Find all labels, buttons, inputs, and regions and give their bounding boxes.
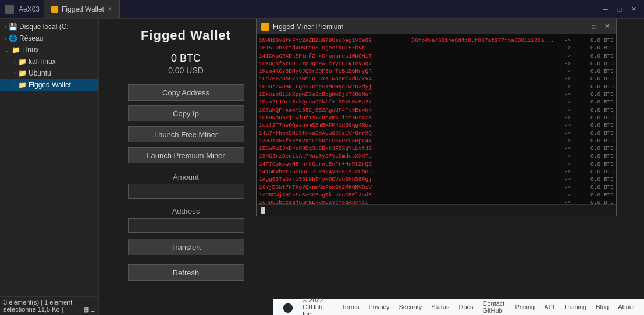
github-logo-icon: ⬤ [283,302,293,313]
github-link-terms[interactable]: Terms [341,303,359,310]
miner-row: 1Agg63Tabxr153L9hT4ywDDVuuSHhS8Pgj->0.0 … [259,176,614,183]
github-link-blog[interactable]: Blog [596,303,609,310]
miner-minimize-btn[interactable]: ─ [577,22,586,31]
miner-cursor [261,207,265,214]
figged-folder-icon: 📁 [18,81,26,89]
miner-btc-10: 0.0 BTC [573,114,614,121]
github-link-api[interactable]: API [544,303,554,310]
miner-btc-16: 0.0 BTC [573,160,614,168]
miner-btc-14: 0.0 BTC [573,145,614,152]
sidebar-arrow-ubuntu: › [14,70,16,76]
miner-addr-6: 1E9UrZwDBBLLQe27RhbSXMPHqcLWrD3dyj [259,83,562,91]
taskbar-start-icon [5,5,14,14]
github-link-contact[interactable]: Contact GitHub [483,300,506,314]
miner-arrow-21: -> [562,199,573,204]
miner-btc-13: 0.0 BTC [573,137,614,145]
miner-arrow-13: -> [562,137,573,145]
taskbar-tab-0[interactable]: Figged Wallet ✕ [44,0,120,18]
miner-close-btn[interactable]: ✕ [602,22,611,31]
linux-folder-icon: 📁 [12,46,20,54]
sidebar-view-list[interactable]: ≡ [91,306,95,313]
miner-arrow-1: -> [562,44,573,52]
sidebar-item-linux[interactable]: ⌄ 📁 Linux [0,44,98,56]
sidebar-label-linux: Linux [22,46,94,54]
github-link-training[interactable]: Training [564,303,586,310]
sidebar-item-kali[interactable]: › 📁 kali-linux [0,56,98,67]
github-link-about[interactable]: About [618,303,635,310]
taskbar-minimize[interactable]: ─ [600,3,611,15]
miner-addr-13: 13wJ135Kf+xMKVxaLqkNhFPSVPru68px44 [259,137,562,145]
github-link-pricing[interactable]: Pricing [515,303,535,310]
sidebar-item-ubuntu[interactable]: › 📁 Ubuntu [0,67,98,79]
miner-row: 19NGJrzDedisAk7Nay0y2PVzZmdesXXXTo->0.0 … [259,152,614,160]
sidebar-label-drive: Disque local (C: [19,23,94,31]
ubuntu-icon: 📁 [18,69,26,77]
miner-row: 1415mvhRr758BSLJ7URs+4ynBF+sJ2Hb88->0.0 … [259,168,614,176]
tab-icon-0 [51,6,58,13]
github-link-docs[interactable]: Docs [458,303,473,310]
taskbar-user-label: AeX03 [19,5,40,13]
github-copyright: © 2022 GitHub, Inc. [303,296,332,315]
sidebar-arrow-network: › [5,35,6,41]
miner-btc-20: 0.0 BTC [573,191,614,199]
miner-arrow-16: -> [562,160,573,168]
miner-btc-4: 0.0 BTC [573,67,614,75]
github-link-privacy[interactable]: Privacy [368,303,389,310]
sidebar-item-drive[interactable]: › 💾 Disque local (C: [0,21,98,33]
copy-address-button[interactable]: Copy Address [128,84,244,101]
miner-arrow-5: -> [562,75,573,83]
miner-row: 1E15LRnXrtd4DwreU5JcgeeiduT5XkvrTJ->0.0 … [259,44,614,52]
miner-addr-12: 14u7rfhbn5NU5fxxaSdAyw9JHz1VrGnrXQ [259,130,562,137]
miner-addr-0: 1NWH1GvGfkFYyZAZBZuG79Usu3ag1V3e89 [259,37,409,44]
wallet-balance-usd: 0.00 USD [168,66,204,75]
miner-arrow-8: -> [562,98,573,106]
sidebar-arrow-drive: › [5,24,6,30]
miner-btc-6: 0.0 BTC [573,83,614,91]
taskbar-maximize[interactable]: □ [614,3,625,15]
github-link-security[interactable]: Security [399,303,422,310]
miner-addr-3: 18XQQNfAr6DIZzp0qqPw6cYyCEIRIry3q7 [259,60,562,67]
github-link-status[interactable]: Status [431,303,449,310]
sidebar-label-kali: kali-linux [29,58,94,66]
wallet-balance-btc: 0 BTC [171,52,201,65]
miner-btc-3: 0.0 BTC [573,60,614,67]
miner-addr-4: 1Kzm4KCy3DMyCJQ6r2QF3brToBeZGHnyQR [259,67,562,75]
miner-row: 14u7rfhbn5NU5fxxaSdAyw9JHz1VrGnrXQ->0.0 … [259,130,614,137]
main-container: › 💾 Disque local (C: › 🌐 Réseau ⌄ 📁 Linu… [0,19,644,315]
miner-arrow-6: -> [562,83,573,91]
miner-btc-7: 0.0 BTC [573,91,614,98]
taskbar: AeX03 Figged Wallet ✕ ─ □ ✕ [0,0,644,19]
address-label: Address [128,207,244,216]
drive-icon: 💾 [9,23,17,31]
miner-btc-0: 0.0 BTC [573,37,614,44]
miner-btc-21: 0.0 BTC [573,199,614,204]
tab-label-1: Figged Wallet [62,5,104,13]
tab-close-1[interactable]: ✕ [108,6,112,12]
miner-arrow-14: -> [562,145,573,152]
miner-addr-19: 16YjB5kf7kTKgYQxnmNzFbkSt2MKQNVDiV [259,184,562,191]
copy-ip-button[interactable]: Copy Ip [128,105,244,121]
miner-content: 1NWH1GvGfkFYyZAZBZuG79Usu3ag1V3e8906fb4b… [257,34,616,204]
launch-free-miner-button[interactable]: Launch Free Miner [128,126,244,142]
miner-btc-8: 0.0 BTC [573,98,614,106]
miner-arrow-20: -> [562,191,573,199]
miner-arrow-4: -> [562,67,573,75]
launch-premium-miner-button[interactable]: Launch Premium Miner [128,147,244,163]
refresh-button[interactable]: Refresh [128,264,244,281]
miner-btc-19: 0.0 BTC [573,184,614,191]
address-input[interactable] [128,218,244,233]
amount-input[interactable] [128,184,244,199]
miner-maximize-btn[interactable]: □ [589,22,599,31]
sidebar-section: › 💾 Disque local (C: › 🌐 Réseau ⌄ 📁 Linu… [0,19,98,93]
miner-row: 18XQQNfAr6DIZzp0qqPw6cYyCEIRIry3q7->0.0 … [259,60,614,67]
miner-addr-8: 1Dzm2t1Drs3nkQruaGCktf+L9PXUKm5e2k [259,98,562,106]
taskbar-close[interactable]: ✕ [628,3,639,15]
miner-row: 1E9UrZwDBBLLQe27RhbSXMPHqcLWrD3dyj->0.0 … [259,83,614,91]
miner-row: 1G7aKQFrxm4AL582jBS2AguUF4Ft9Ed4hN->0.0 … [259,106,614,114]
transfer-button[interactable]: Transfert [128,239,244,255]
sidebar-item-network[interactable]: › 🌐 Réseau [0,33,98,44]
sidebar-item-figged[interactable]: › 📁 Figged Wallet [0,79,98,91]
sidebar-view-grid[interactable]: ▦ [83,306,89,313]
miner-title-text: Figged Miner Premium [273,23,573,31]
miner-title-icon [261,23,269,31]
